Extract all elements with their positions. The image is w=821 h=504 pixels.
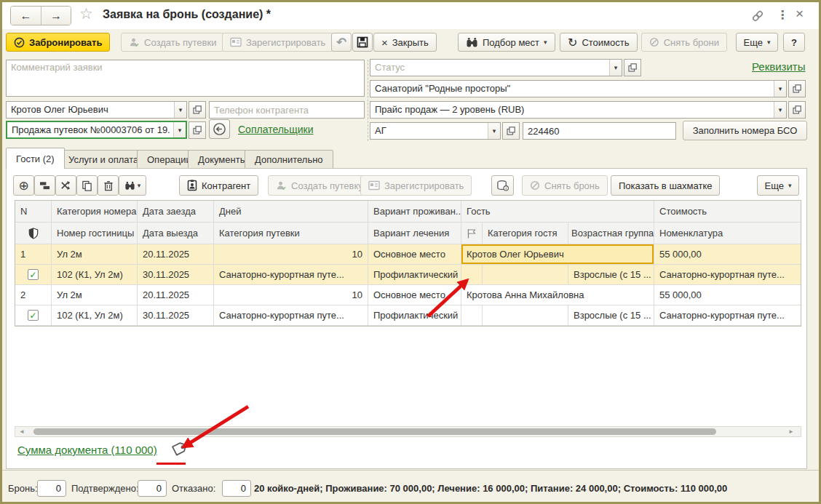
close-window-icon[interactable]: × (796, 6, 804, 22)
tab-guests[interactable]: Гости (2) (6, 148, 65, 169)
cell-date-in[interactable]: 20.11.2025 (138, 244, 214, 265)
cell-voucher-category[interactable]: Санаторно-курортная путе... (214, 265, 368, 285)
cell-treatment-option[interactable]: Профилактический (368, 305, 461, 326)
col-stay-option[interactable]: Вариант проживан... (368, 201, 461, 223)
cell-flag[interactable] (461, 265, 483, 285)
chevron-down-icon[interactable]: ▾ (609, 60, 622, 76)
col-cost[interactable]: Стоимость (654, 201, 801, 223)
back-button[interactable]: ← (11, 7, 41, 25)
seat-selection-button[interactable]: Подбор мест ▾ (458, 33, 555, 52)
contractor-button[interactable]: Контрагент (179, 175, 258, 196)
get-link-button[interactable] (750, 9, 765, 23)
cell-nomenclature[interactable]: Санаторно-курортная путе... (654, 265, 801, 285)
col-guest-category[interactable]: Категория гостя (483, 223, 568, 244)
price-type-open-button[interactable] (788, 101, 806, 119)
chevron-down-icon[interactable]: ▾ (774, 81, 786, 97)
show-in-grid-button[interactable]: Показать в шахматке (611, 175, 720, 196)
col-days[interactable]: Дней (214, 201, 368, 223)
checkbox-checked-icon[interactable]: ✓ (28, 269, 39, 280)
phone-field[interactable] (209, 101, 365, 119)
cell-date-out[interactable]: 30.11.2025 (138, 305, 214, 326)
col-n[interactable]: N (15, 201, 52, 223)
chevron-down-icon[interactable]: ▾ (173, 122, 186, 137)
column-splitter[interactable] (368, 60, 368, 141)
book-button[interactable]: Забронировать (6, 33, 110, 52)
scroll-left-icon[interactable]: ◄ (15, 428, 28, 435)
cell-date-out[interactable]: 30.11.2025 (138, 265, 214, 285)
undo-button[interactable]: ↶ (331, 33, 352, 52)
document-sum-link[interactable]: Сумма документа (110 000) (17, 444, 157, 456)
col-guest[interactable]: Гость (461, 201, 654, 223)
tag-icon[interactable] (168, 440, 189, 460)
sanatorium-combo[interactable]: Санаторий "Родные просторы" ▾ (370, 80, 787, 97)
col-date-out[interactable]: Дата выезда (138, 223, 214, 244)
customer-open-button[interactable] (189, 101, 206, 119)
register-button[interactable]: Зарегистрировать (222, 33, 333, 52)
cell-days[interactable]: 10 (214, 285, 368, 305)
shuffle-rows-button[interactable] (55, 175, 76, 196)
col-flag[interactable] (461, 223, 483, 244)
cell-stay-option[interactable]: Основное место (368, 244, 461, 265)
chevron-down-icon[interactable]: ▾ (174, 102, 186, 118)
horizontal-scrollbar[interactable]: ◄ ► (15, 426, 801, 437)
more-button[interactable]: Еще ▾ (736, 33, 778, 52)
requisites-link[interactable]: Реквизиты (752, 60, 806, 73)
cell-checkbox[interactable]: ✓ (15, 305, 52, 326)
col-nomenclature[interactable]: Номенклатура (654, 223, 801, 244)
help-button[interactable]: ? (783, 33, 805, 52)
cell-date-in[interactable]: 20.11.2025 (138, 285, 214, 305)
booking-count-input[interactable] (37, 480, 66, 497)
cell-flag[interactable] (461, 305, 483, 326)
tab-additional[interactable]: Дополнительно (245, 150, 333, 169)
scroll-right-icon[interactable]: ► (785, 428, 798, 435)
cell-room-category[interactable]: Ул 2м (52, 285, 138, 305)
create-voucher-button[interactable]: Создать путевку (268, 175, 371, 196)
col-room-category[interactable]: Категория номера (52, 201, 138, 223)
sanatorium-open-button[interactable] (788, 80, 806, 97)
save-button[interactable] (352, 33, 373, 52)
cell-guest-category[interactable] (483, 265, 568, 285)
col-treatment-option[interactable]: Вариант лечения (368, 223, 461, 244)
confirmed-count-input[interactable] (138, 480, 167, 497)
table-row[interactable]: 1 Ул 2м 20.11.2025 10 Основное место Кро… (15, 244, 801, 265)
cancel-bookings-button[interactable]: Снять брони (641, 33, 727, 52)
delete-row-button[interactable] (98, 175, 119, 196)
cell-days[interactable]: 10 (214, 244, 368, 265)
customer-combo[interactable]: Кротов Олег Юрьевич ▾ (6, 101, 187, 119)
phone-input[interactable] (210, 103, 364, 117)
col-age-group[interactable]: Возрастная группа (568, 223, 654, 244)
cell-nomenclature[interactable]: Санаторно-курортная путе... (654, 305, 801, 326)
tariffs-button[interactable]: i (491, 175, 514, 196)
tab-services-payment[interactable]: Услуги и оплата (58, 150, 148, 169)
status-open-button[interactable] (624, 59, 641, 76)
table-row[interactable]: ✓ 102 (К1, Ул 2м) 30.11.2025 Санаторно-к… (15, 305, 801, 326)
bso-number-input[interactable] (523, 124, 675, 138)
cell-guest-active[interactable]: Кротов Олег Юрьевич (461, 244, 654, 265)
table-row[interactable]: ✓ 102 (К1, Ул 2м) 30.11.2025 Санаторно-к… (15, 265, 801, 285)
col-voucher-category[interactable]: Категория путевки (214, 223, 368, 244)
copy-row-button[interactable] (76, 175, 98, 196)
chevron-down-icon[interactable]: ▾ (488, 123, 500, 139)
comment-input[interactable] (7, 60, 364, 96)
base-document-combo[interactable]: Продажа путевок №00003706 от 19. ▾ (6, 121, 187, 139)
create-vouchers-button[interactable]: Создать путевки (121, 33, 224, 52)
cell-treatment-option[interactable]: Профилактический (368, 265, 461, 285)
checkbox-checked-icon[interactable]: ✓ (28, 310, 39, 321)
search-rows-button[interactable]: ▾ (119, 175, 146, 196)
cell-stay-option[interactable]: Основное место (368, 285, 461, 305)
table-row[interactable]: 2 Ул 2м 20.11.2025 10 Основное место Кро… (15, 285, 801, 305)
cell-checkbox[interactable]: ✓ (15, 265, 52, 285)
cell-n[interactable]: 1 (15, 244, 52, 265)
declined-count-input[interactable] (222, 480, 251, 497)
register-guest-button[interactable]: Зарегистрировать (360, 175, 472, 196)
kebab-menu-icon[interactable]: ⋮ (777, 8, 788, 22)
cell-guest-category[interactable] (483, 305, 568, 326)
add-row-button[interactable]: ⊕ (13, 175, 34, 196)
copayers-back-button[interactable] (209, 119, 230, 139)
cell-room-category[interactable]: Ул 2м (52, 244, 138, 265)
comment-field[interactable] (6, 60, 365, 97)
copayers-link[interactable]: Соплательщики (238, 124, 313, 135)
cell-guest[interactable]: Кротова Анна Михайловна (461, 285, 654, 305)
agreement-open-button[interactable] (502, 122, 520, 140)
cell-room[interactable]: 102 (К1, Ул 2м) (52, 265, 138, 285)
